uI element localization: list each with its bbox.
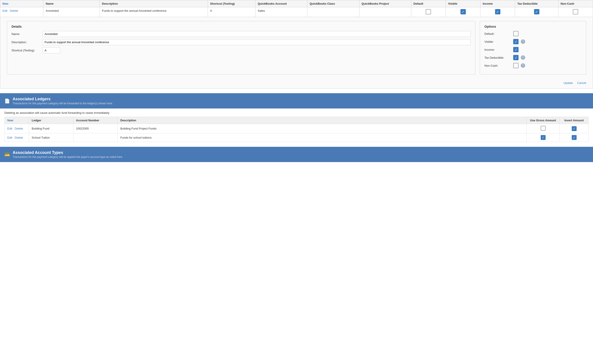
row-income[interactable]: ✓ bbox=[480, 7, 515, 17]
shortcut-input[interactable] bbox=[43, 47, 60, 53]
associated-ledgers-header: 📄 Associated Ledgers Transactions for th… bbox=[0, 93, 593, 109]
tax-deductible-checkbox[interactable]: ✓ bbox=[513, 55, 519, 60]
ledger-delete-link-1[interactable]: Delete bbox=[15, 136, 23, 139]
ledger-col-description: Description bbox=[118, 117, 526, 124]
ledger-row: Edit Delete Building Fund 10022005 Build… bbox=[5, 124, 589, 133]
account-types-icon: 💳 bbox=[4, 152, 10, 157]
description-label: Description: bbox=[12, 40, 43, 44]
option-tax-deductible: Tax Deductible: ✓ ? bbox=[484, 55, 581, 60]
col-header-qb-account: QuickBooks Account bbox=[255, 0, 307, 7]
options-title: Options bbox=[484, 25, 581, 28]
row-default[interactable] bbox=[411, 7, 446, 17]
ledger-row: Edit Delete School Tuition Funds for sch… bbox=[5, 133, 589, 142]
ledger-row-invert-1[interactable]: ✓ bbox=[560, 133, 589, 142]
default-checkbox[interactable] bbox=[513, 31, 519, 36]
ledgers-title: Associated Ledgers bbox=[13, 97, 113, 101]
ledger-row-desc-1: Funds for school tuitions bbox=[118, 133, 526, 142]
new-link[interactable]: New bbox=[2, 2, 8, 5]
option-visible: Visible: ✓ ? bbox=[484, 39, 581, 44]
tax-deductible-label: Tax Deductible: bbox=[484, 56, 513, 59]
col-header-tax-deductible: Tax Deductible bbox=[515, 0, 558, 7]
tax-deductible-help-icon[interactable]: ? bbox=[521, 55, 525, 60]
name-label: Name: bbox=[12, 32, 43, 36]
cancel-button[interactable]: Cancel bbox=[577, 81, 586, 84]
details-title: Details bbox=[12, 25, 471, 28]
row-qb-project bbox=[359, 7, 411, 17]
ledger-table: New Ledger Account Number Description Us… bbox=[4, 117, 589, 142]
ledger-col-account-number: Account Number bbox=[73, 117, 118, 124]
col-header-qb-project: QuickBooks Project bbox=[359, 0, 411, 7]
visible-checkbox[interactable]: ✓ bbox=[513, 39, 519, 44]
ledger-row-invert-0[interactable]: ✓ bbox=[560, 124, 589, 133]
ledger-row-account-0: 10022005 bbox=[73, 124, 118, 133]
edit-link[interactable]: Edit bbox=[2, 9, 7, 13]
visible-help-icon[interactable]: ? bbox=[521, 39, 525, 44]
ledger-delete-link-0[interactable]: Delete bbox=[15, 127, 23, 130]
ledger-row-name-0: Building Fund bbox=[29, 124, 73, 133]
shortcut-label: Shortcut (Texting): bbox=[12, 49, 43, 52]
ledger-edit-link-1[interactable]: Edit bbox=[7, 136, 12, 139]
col-header-description: Description bbox=[100, 0, 208, 7]
ledger-row-actions: Edit Delete bbox=[5, 133, 29, 142]
non-cash-label: Non-Cash: bbox=[484, 64, 513, 67]
option-default: Default: bbox=[484, 31, 581, 36]
col-header-income: Income bbox=[480, 0, 515, 7]
row-qb-account: Sales bbox=[255, 7, 307, 17]
ledger-row-desc-0: Building Fund Project Funds bbox=[118, 124, 526, 133]
option-non-cash: Non-Cash: ? bbox=[484, 63, 581, 68]
non-cash-checkbox[interactable] bbox=[513, 63, 519, 68]
ledger-row-use-gross-0[interactable] bbox=[526, 124, 560, 133]
ledger-col-new: New bbox=[5, 117, 29, 124]
row-visible[interactable]: ✓ bbox=[446, 7, 480, 17]
default-label: Default: bbox=[484, 32, 513, 35]
col-header-qb-class: QuickBooks Class bbox=[307, 0, 359, 7]
update-button[interactable]: Update bbox=[564, 81, 573, 84]
ledger-row-account-1 bbox=[73, 133, 118, 142]
ledgers-note: Deleting an association will cause autom… bbox=[4, 111, 589, 114]
row-name: Annointed bbox=[43, 7, 100, 17]
account-types-subtitle: Transactions for this payment category w… bbox=[13, 156, 123, 159]
ledger-new-link[interactable]: New bbox=[7, 119, 13, 122]
account-types-title: Associated Account Types bbox=[13, 150, 123, 155]
details-box: Details Name: Description: Shortcut (Tex… bbox=[7, 21, 475, 75]
income-label: Income: bbox=[484, 48, 513, 51]
visible-label: Visible: bbox=[484, 40, 513, 43]
ledger-col-ledger: Ledger bbox=[29, 117, 73, 124]
expand-row: Details Name: Description: Shortcut (Tex… bbox=[0, 17, 593, 89]
ledgers-icon: 📄 bbox=[4, 98, 10, 104]
ledger-row-use-gross-1[interactable]: ✓ bbox=[526, 133, 560, 142]
col-header-default: Default bbox=[411, 0, 446, 7]
row-non-cash[interactable] bbox=[558, 7, 593, 17]
option-income: Income: ✓ bbox=[484, 47, 581, 52]
ledgers-body: Deleting an association will cause autom… bbox=[0, 109, 593, 145]
row-tax-deductible[interactable]: ✓ bbox=[515, 7, 558, 17]
row-shortcut: A bbox=[208, 7, 255, 17]
ledger-col-use-gross: Use Gross Amount bbox=[526, 117, 560, 124]
row-qb-class bbox=[307, 7, 359, 17]
ledger-col-invert: Invert Amount bbox=[560, 117, 589, 124]
action-row: Update Cancel bbox=[2, 79, 591, 87]
col-header-visible: Visible bbox=[446, 0, 480, 7]
col-header-shortcut: Shortcut (Texting) bbox=[208, 0, 255, 7]
options-box: Options Default: Visible: ✓ ? Income: bbox=[480, 21, 586, 75]
col-header-non-cash: Non-Cash bbox=[558, 0, 593, 7]
ledgers-subtitle: Transactions for this payment category w… bbox=[13, 102, 113, 105]
row-description: Funds to support the annual Annointed co… bbox=[100, 7, 208, 17]
col-header-name: Name bbox=[43, 0, 100, 7]
delete-link[interactable]: Delete bbox=[10, 9, 18, 13]
income-checkbox[interactable]: ✓ bbox=[513, 47, 519, 52]
name-input[interactable] bbox=[43, 31, 471, 37]
ledger-row-name-1: School Tuition bbox=[29, 133, 73, 142]
ledger-edit-link-0[interactable]: Edit bbox=[7, 127, 12, 130]
non-cash-help-icon[interactable]: ? bbox=[521, 63, 525, 68]
description-input[interactable] bbox=[43, 39, 471, 45]
associated-account-types-header: 💳 Associated Account Types Transactions … bbox=[0, 147, 593, 162]
ledger-row-actions: Edit Delete bbox=[5, 124, 29, 133]
table-row: Edit Delete Annointed Funds to support t… bbox=[0, 7, 593, 17]
